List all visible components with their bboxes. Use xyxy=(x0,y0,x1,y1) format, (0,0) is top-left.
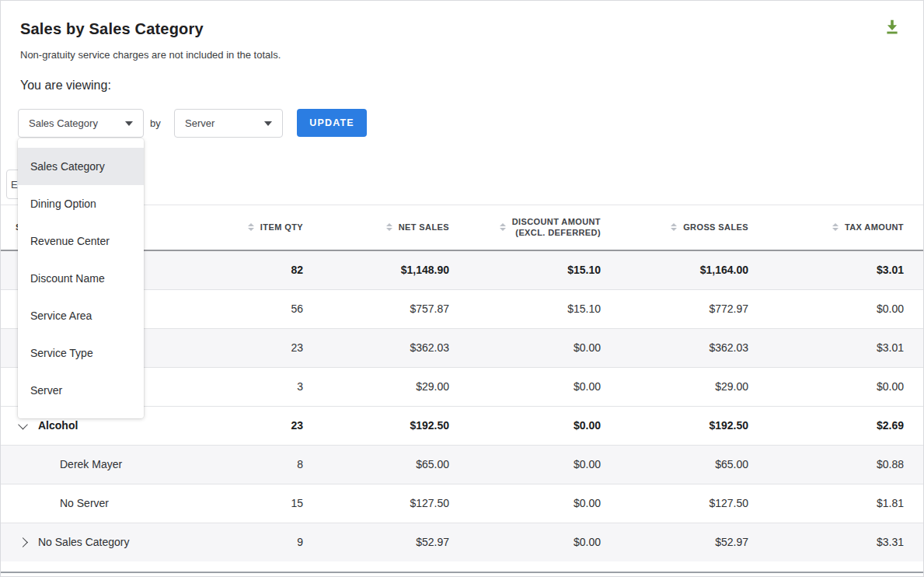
cell-tax-amount: $3.31 xyxy=(748,523,924,561)
report-subtitle: Non-gratuity service charges are not inc… xyxy=(20,49,281,61)
cell-item-qty: 8 xyxy=(233,445,303,484)
column-header-item-qty[interactable]: ITEM QTY xyxy=(233,205,303,250)
cell-gross-sales: $29.00 xyxy=(601,367,748,406)
sort-icon[interactable] xyxy=(832,223,839,231)
cell-item-qty: 23 xyxy=(233,328,303,367)
by-label: by xyxy=(150,117,161,129)
row-label: No Server xyxy=(60,497,109,509)
column-header-discount-amount[interactable]: DISCOUNT AMOUNT (EXCL. DEFERRED) xyxy=(449,205,601,250)
cell-net-sales: $362.03 xyxy=(303,328,449,367)
update-button[interactable]: UPDATE xyxy=(297,109,367,137)
sort-icon[interactable] xyxy=(248,223,254,231)
column-header-net-sales[interactable]: NET SALES xyxy=(303,205,449,250)
dropdown-option[interactable]: Dining Option xyxy=(18,185,144,222)
column-header-gross-sales[interactable]: GROSS SALES xyxy=(601,205,748,250)
cell-gross-sales: $1,164.00 xyxy=(601,250,748,289)
table-bottom-divider xyxy=(0,572,924,573)
cell-net-sales: $1,148.90 xyxy=(303,250,449,289)
dropdown-option[interactable]: Sales Category xyxy=(18,148,144,185)
cell-item-qty: 23 xyxy=(233,406,303,445)
cell-tax-amount: $0.88 xyxy=(748,445,924,484)
sort-icon[interactable] xyxy=(500,223,506,231)
download-icon xyxy=(884,18,901,35)
cell-net-sales: $192.50 xyxy=(303,406,449,445)
dropdown-option[interactable]: Service Area xyxy=(18,297,144,334)
cell-discount-amount: $0.00 xyxy=(449,445,601,484)
cell-item-qty: 56 xyxy=(233,289,303,328)
subgroup-by-select-value: Server xyxy=(185,117,214,129)
cell-discount-amount: $15.10 xyxy=(449,250,601,289)
cell-discount-amount: $15.10 xyxy=(449,289,601,328)
cell-discount-amount: $0.00 xyxy=(449,328,601,367)
cell-gross-sales: $65.00 xyxy=(601,445,748,484)
row-label[interactable]: Alcohol xyxy=(38,419,78,432)
group-by-dropdown-menu: Sales CategoryDining OptionRevenue Cente… xyxy=(18,138,144,418)
cell-tax-amount: $2.69 xyxy=(748,406,924,445)
cell-discount-amount: $0.00 xyxy=(449,484,601,523)
viewing-label: You are viewing: xyxy=(20,79,111,93)
cell-discount-amount: $0.00 xyxy=(449,406,601,445)
download-button[interactable] xyxy=(882,17,902,37)
sort-icon[interactable] xyxy=(386,223,392,231)
cell-tax-amount: $0.00 xyxy=(748,367,924,406)
table-row: Derek Mayer8$65.00$0.00$65.00$0.88 xyxy=(0,445,924,484)
dropdown-option[interactable]: Revenue Center xyxy=(18,222,144,260)
group-by-select-value: Sales Category xyxy=(29,117,98,129)
table-row: No Sales Category9$52.97$0.00$52.97$3.31 xyxy=(0,523,924,561)
cell-gross-sales: $362.03 xyxy=(601,328,748,367)
cell-net-sales: $127.50 xyxy=(303,484,449,523)
cell-item-qty: 9 xyxy=(233,523,303,561)
cell-tax-amount: $3.01 xyxy=(748,250,924,289)
cell-discount-amount: $0.00 xyxy=(449,523,601,561)
cell-net-sales: $52.97 xyxy=(303,523,449,561)
row-label: Derek Mayer xyxy=(60,458,122,470)
cell-gross-sales: $772.97 xyxy=(601,289,748,328)
subgroup-by-select[interactable]: Server xyxy=(174,109,283,138)
cell-tax-amount: $0.00 xyxy=(748,289,924,328)
cell-gross-sales: $52.97 xyxy=(601,523,748,561)
cell-gross-sales: $127.50 xyxy=(601,484,748,523)
cell-net-sales: $29.00 xyxy=(303,367,449,406)
dropdown-option[interactable]: Service Type xyxy=(18,334,144,372)
cell-item-qty: 3 xyxy=(233,367,303,406)
sort-icon[interactable] xyxy=(671,223,677,231)
cell-gross-sales: $192.50 xyxy=(601,406,748,445)
column-header-tax-amount[interactable]: TAX AMOUNT xyxy=(748,205,924,250)
cell-item-qty: 15 xyxy=(233,484,303,523)
cell-net-sales: $65.00 xyxy=(303,445,449,484)
dropdown-option[interactable]: Discount Name xyxy=(18,260,144,297)
cell-discount-amount: $0.00 xyxy=(449,367,601,406)
export-button-visible-text: E xyxy=(11,179,18,191)
chevron-down-icon xyxy=(264,121,272,126)
cell-item-qty: 82 xyxy=(233,250,303,289)
chevron-down-icon[interactable] xyxy=(18,419,28,429)
row-label[interactable]: No Sales Category xyxy=(38,536,130,548)
page-title: Sales by Sales Category xyxy=(20,20,204,38)
table-row: No Server15$127.50$0.00$127.50$1.81 xyxy=(0,484,924,523)
chevron-down-icon xyxy=(125,121,133,126)
chevron-right-icon[interactable] xyxy=(18,537,28,547)
group-by-select[interactable]: Sales Category xyxy=(18,109,144,138)
cell-tax-amount: $1.81 xyxy=(748,484,924,523)
dropdown-option[interactable]: Server xyxy=(18,372,144,409)
cell-net-sales: $757.87 xyxy=(303,289,449,328)
cell-tax-amount: $3.01 xyxy=(748,328,924,367)
